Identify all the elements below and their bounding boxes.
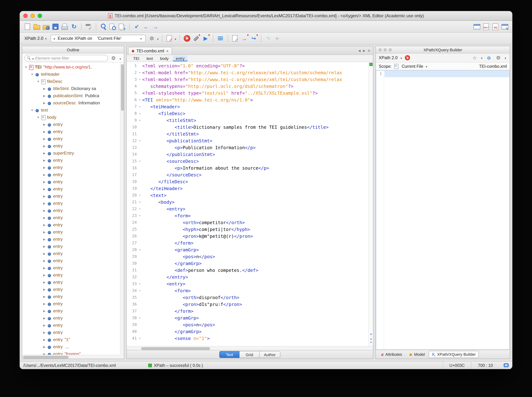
disclosure-closed-icon[interactable]: ▶ bbox=[42, 173, 47, 176]
outline-node[interactable]: ▶entry bbox=[22, 286, 124, 293]
builder-settings-gear-icon[interactable] bbox=[495, 53, 501, 62]
apply-transform-icon[interactable] bbox=[183, 34, 191, 43]
disclosure-closed-icon[interactable]: ▶ bbox=[42, 245, 47, 248]
outline-node[interactable]: ▶titleStmtDictionary sa bbox=[22, 85, 124, 92]
code-line[interactable]: 6▾<TEI xmlns="http://www.tei-c.org/ns/1.… bbox=[127, 96, 368, 103]
nav-back-icon[interactable]: ← bbox=[142, 22, 150, 31]
configure-transform-icon[interactable] bbox=[192, 34, 201, 43]
disclosure-closed-icon[interactable]: ▶ bbox=[42, 281, 47, 284]
disclosure-closed-icon[interactable]: ▶ bbox=[42, 137, 47, 140]
outline-node[interactable]: ▶entry bbox=[22, 257, 124, 264]
fold-toggle-icon[interactable]: ▾ bbox=[138, 199, 142, 205]
save-icon[interactable] bbox=[51, 22, 60, 31]
new-file-icon[interactable] bbox=[23, 22, 32, 31]
fold-toggle-icon[interactable]: ▾ bbox=[138, 76, 142, 83]
code-line[interactable]: 27 </form> bbox=[127, 240, 368, 246]
disclosure-closed-icon[interactable]: ▶ bbox=[42, 316, 47, 320]
fold-toggle-icon[interactable]: ▾ bbox=[138, 246, 142, 253]
fold-toggle-icon[interactable]: ▾ bbox=[138, 212, 142, 219]
code-line[interactable]: 18 </fileDesc> bbox=[127, 178, 368, 185]
code-line[interactable]: 15▾ <sourceDesc> bbox=[127, 158, 368, 165]
code-line[interactable]: 5<?xml-stylesheet type="text/xsl" href="… bbox=[127, 90, 368, 96]
nav-forward-icon[interactable]: → bbox=[151, 22, 160, 31]
code-line[interactable]: 36 <pron>dIs"pru:f</pron> bbox=[127, 301, 368, 308]
code-line[interactable]: 13 <p>Publication Information</p> bbox=[127, 144, 368, 151]
code-line[interactable]: 35 <orth>disproof</orth> bbox=[127, 294, 368, 301]
outline-node[interactable]: ▶entry bbox=[22, 229, 124, 236]
code-line[interactable]: 8▾ <fileDesc> bbox=[127, 110, 368, 117]
panel-tab-builder[interactable]: //XPath/XQuery Builder bbox=[429, 351, 479, 358]
disclosure-open-icon[interactable]: ▼ bbox=[30, 108, 34, 112]
scrollbar-thumb[interactable] bbox=[141, 347, 210, 350]
find-icon[interactable] bbox=[99, 22, 108, 31]
code-line[interactable]: 2▾<?xml-model href="http://www.tei-c.org… bbox=[127, 69, 368, 76]
history-icon[interactable] bbox=[486, 53, 492, 62]
outline-node[interactable]: ▶entry bbox=[22, 236, 124, 243]
outline-node[interactable]: ▶entry bbox=[22, 135, 124, 142]
syntax-check-icon[interactable] bbox=[231, 34, 240, 43]
disclosure-closed-icon[interactable]: ▶ bbox=[42, 144, 47, 148]
open-url-icon[interactable] bbox=[42, 22, 50, 31]
fold-toggle-icon[interactable]: ▾ bbox=[138, 287, 142, 294]
open-resource-icon[interactable] bbox=[472, 22, 481, 31]
run-xpath-button[interactable] bbox=[405, 55, 410, 60]
find-in-files-icon[interactable] bbox=[108, 22, 117, 31]
scrollbar-thumb[interactable] bbox=[23, 356, 69, 359]
minimize-window-button[interactable] bbox=[31, 14, 35, 18]
disclosure-closed-icon[interactable]: ▶ bbox=[42, 238, 47, 241]
disclosure-closed-icon[interactable]: ▶ bbox=[42, 295, 47, 298]
open-folder-icon[interactable] bbox=[32, 22, 41, 31]
breadcrumb-item-TEI[interactable]: TEI bbox=[130, 56, 142, 61]
disclosure-closed-icon[interactable]: ▶ bbox=[42, 180, 47, 183]
disclosure-closed-icon[interactable]: ▶ bbox=[42, 331, 47, 334]
code-line[interactable]: 12▾ <publicationStmt> bbox=[127, 137, 368, 144]
outline-node[interactable]: ▶entry bbox=[22, 164, 124, 171]
disclosure-closed-icon[interactable]: ▶ bbox=[42, 352, 47, 355]
code-line[interactable]: 1<?xml version="1.0" encoding="UTF-8"?> bbox=[127, 62, 368, 69]
outline-node[interactable]: ▶entry bbox=[22, 192, 124, 200]
outline-node[interactable]: ▶entry bbox=[22, 329, 124, 336]
outline-node[interactable]: ▶entry"foreign" bbox=[22, 350, 124, 355]
disclosure-closed-icon[interactable]: ▶ bbox=[42, 223, 47, 226]
outline-node[interactable]: ▶entry bbox=[22, 186, 124, 192]
disclosure-closed-icon[interactable]: ▶ bbox=[42, 87, 47, 90]
outline-node[interactable]: ▼teiHeader bbox=[22, 71, 124, 78]
code-line[interactable]: 4 schematypens="http://purl.oclc.org/dsd… bbox=[127, 83, 368, 90]
code-area[interactable]: 1<?xml version="1.0" encoding="UTF-8"?>2… bbox=[127, 62, 373, 346]
favorites-star-icon[interactable] bbox=[471, 53, 478, 62]
code-line[interactable]: 33▾ <entry> bbox=[127, 280, 368, 287]
outline-node[interactable]: ▶entry bbox=[22, 279, 124, 286]
panel-tab-a[interactable]: aAttributes bbox=[378, 350, 405, 359]
outline-node[interactable]: ▶entry bbox=[22, 142, 124, 149]
disclosure-closed-icon[interactable]: ▶ bbox=[42, 302, 47, 305]
code-line[interactable]: 7▾ <teiHeader> bbox=[127, 103, 368, 110]
disclosure-closed-icon[interactable]: ▶ bbox=[42, 252, 47, 255]
outline-node[interactable]: ▶entry bbox=[22, 178, 124, 186]
panel-tab-model[interactable]: ◆Model bbox=[406, 351, 428, 358]
execute-xpath-combo[interactable]: Execute XPath on 'Current File' bbox=[51, 35, 146, 42]
debug-scenario-icon[interactable]: ▶ bbox=[201, 34, 210, 43]
code-line[interactable]: 19 </teiHeader> bbox=[127, 185, 368, 192]
outline-node[interactable]: ▶entry bbox=[22, 214, 124, 221]
outline-node[interactable]: ▶entry bbox=[22, 250, 124, 257]
outline-node[interactable]: ▶entry bbox=[22, 157, 124, 164]
code-line[interactable]: 20▾ <text> bbox=[127, 192, 368, 199]
outline-node[interactable]: ▶entry bbox=[22, 243, 124, 250]
code-line[interactable]: 30 </gramGrp> bbox=[127, 260, 368, 267]
code-line[interactable]: 25 <hyph>com|peti|tor</hyph> bbox=[127, 226, 368, 233]
find-next-icon[interactable] bbox=[118, 22, 126, 31]
outline-node[interactable]: ▼body bbox=[22, 114, 124, 121]
outline-horizontal-scrollbar[interactable] bbox=[22, 355, 124, 359]
disclosure-closed-icon[interactable]: ▶ bbox=[42, 324, 47, 327]
code-line[interactable]: 34▾ <form> bbox=[127, 287, 368, 294]
close-highlights-icon[interactable]: × bbox=[369, 332, 373, 336]
fold-toggle-icon[interactable]: ▾ bbox=[138, 69, 142, 76]
code-line[interactable]: 23▾ <form> bbox=[127, 212, 368, 219]
fold-toggle-icon[interactable]: ▾ bbox=[138, 137, 142, 144]
disclosure-closed-icon[interactable]: ▶ bbox=[42, 309, 47, 313]
goto-definition-icon[interactable]: → bbox=[240, 34, 249, 43]
fold-toggle-icon[interactable]: ▾ bbox=[138, 335, 142, 342]
breadcrumb-item-body[interactable]: body bbox=[157, 56, 171, 61]
validate-icon[interactable] bbox=[165, 34, 174, 43]
disclosure-closed-icon[interactable]: ▶ bbox=[42, 152, 47, 155]
